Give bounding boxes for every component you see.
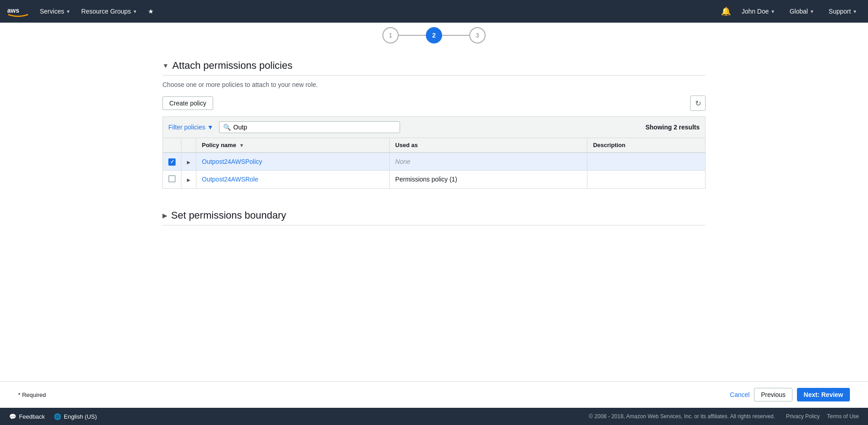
user-menu[interactable]: John Doe ▼ [738, 5, 779, 18]
attach-policies-section-header: ▼ Attach permissions policies [162, 53, 706, 76]
step-line-2 [442, 35, 469, 36]
policies-table: Policy name ▼ Used as Description [162, 138, 706, 189]
row-1-expander-icon[interactable]: ▶ [187, 160, 191, 165]
resource-groups-chevron-icon: ▼ [133, 9, 137, 14]
wizard-steps: 1 2 3 [0, 23, 868, 43]
row-2-policy-name: Outpost24AWSRole [196, 170, 390, 188]
step-1-circle: 1 [382, 27, 399, 43]
row-1-policy-link[interactable]: Outpost24AWSPolicy [202, 158, 262, 165]
row-1-used-as: None [390, 153, 587, 170]
bottom-bar: 💬 Feedback 🌐 English (US) © 2008 - 2018,… [0, 408, 868, 425]
user-chevron-icon: ▼ [771, 9, 775, 14]
used-as-header: Used as [390, 138, 587, 153]
search-wrapper: 🔍 [219, 121, 400, 133]
step-2-circle: 2 [426, 27, 442, 43]
pin-icon: ★ [148, 8, 154, 15]
row-1-policy-name: Outpost24AWSPolicy [196, 153, 390, 170]
boundary-title: Set permissions boundary [171, 210, 286, 221]
attach-policies-toggle-icon[interactable]: ▼ [162, 62, 169, 69]
row-1-checkbox-cell [163, 153, 181, 170]
cancel-button[interactable]: Cancel [730, 391, 750, 398]
table-header: Policy name ▼ Used as Description [163, 138, 706, 153]
required-note: * Required [18, 392, 46, 398]
results-count: Showing 2 results [645, 124, 700, 131]
step-3-circle: 3 [469, 27, 486, 43]
sort-arrow-icon: ▼ [239, 143, 244, 148]
attach-policies-description: Choose one or more policies to attach to… [162, 81, 706, 88]
step-line-1 [399, 35, 426, 36]
filter-chevron-icon: ▼ [207, 124, 214, 131]
policy-name-header[interactable]: Policy name ▼ [196, 138, 390, 153]
footer-bar: * Required Cancel Previous Next: Review [0, 381, 868, 408]
boundary-toggle-icon[interactable]: ▶ [162, 212, 167, 219]
table-header-row: Policy name ▼ Used as Description [163, 138, 706, 153]
search-input[interactable] [234, 124, 396, 131]
pin-nav-item[interactable]: ★ [144, 5, 157, 18]
row-2-checkbox[interactable] [168, 175, 176, 182]
table-body: ▶ Outpost24AWSPolicy None [163, 153, 706, 188]
row-1-used-as-value: None [395, 158, 410, 165]
bottom-links: Privacy Policy Terms of Use [786, 413, 859, 420]
support-chevron-icon: ▼ [853, 9, 857, 14]
set-permissions-boundary-section: ▶ Set permissions boundary [162, 202, 706, 225]
services-nav-item[interactable]: Services ▼ [36, 5, 74, 18]
refresh-icon: ↻ [695, 99, 701, 108]
boundary-section-header[interactable]: ▶ Set permissions boundary [162, 210, 706, 221]
feedback-icon: 💬 [9, 413, 16, 420]
services-chevron-icon: ▼ [66, 9, 71, 14]
footer-actions: Cancel Previous Next: Review [730, 388, 850, 401]
nav-right-area: 🔔 John Doe ▼ Global ▼ Support ▼ [721, 5, 861, 18]
privacy-policy-link[interactable]: Privacy Policy [786, 413, 820, 420]
row-2-checkbox-cell [163, 170, 181, 188]
row-2-policy-link[interactable]: Outpost24AWSRole [202, 176, 258, 183]
create-policy-button[interactable]: Create policy [162, 96, 213, 110]
globe-icon: 🌐 [54, 413, 61, 420]
terms-of-use-link[interactable]: Terms of Use [827, 413, 859, 420]
row-2-expander-icon[interactable]: ▶ [187, 177, 191, 182]
select-all-header [163, 138, 181, 153]
copyright-text: © 2008 - 2018, Amazon Web Services, Inc.… [589, 413, 775, 420]
notifications-bell-icon[interactable]: 🔔 [721, 6, 731, 16]
attach-policies-title: Attach permissions policies [172, 60, 292, 72]
filter-policies-button[interactable]: Filter policies ▼ [168, 124, 214, 131]
row-1-checkbox[interactable] [168, 158, 176, 166]
row-2-used-as-value: Permissions policy (1) [395, 176, 457, 183]
resource-groups-nav-item[interactable]: Resource Groups ▼ [78, 5, 141, 18]
svg-text:aws: aws [7, 7, 19, 14]
next-review-button[interactable]: Next: Review [797, 388, 850, 401]
support-menu[interactable]: Support ▼ [825, 5, 861, 18]
refresh-button[interactable]: ↻ [690, 96, 706, 111]
row-2-expander-cell: ▶ [181, 170, 196, 188]
top-navigation: aws Services ▼ Resource Groups ▼ ★ 🔔 Joh… [0, 0, 868, 23]
table-row: ▶ Outpost24AWSPolicy None [163, 153, 706, 170]
row-1-description [587, 153, 706, 170]
row-2-description [587, 170, 706, 188]
previous-button[interactable]: Previous [754, 388, 792, 401]
feedback-button[interactable]: 💬 Feedback [9, 413, 45, 420]
search-icon: 🔍 [223, 124, 231, 131]
row-2-used-as: Permissions policy (1) [390, 170, 587, 188]
row-1-expander-cell: ▶ [181, 153, 196, 170]
region-chevron-icon: ▼ [810, 9, 814, 14]
policies-toolbar: Create policy ↻ [162, 96, 706, 111]
table-row: ▶ Outpost24AWSRole Permissions policy (1… [163, 170, 706, 188]
expander-header [181, 138, 196, 153]
region-selector[interactable]: Global ▼ [786, 5, 818, 18]
main-content: 1 2 3 ▼ Attach permissions policies Choo… [0, 23, 868, 408]
aws-logo[interactable]: aws [7, 5, 29, 18]
content-wrapper: ▼ Attach permissions policies Choose one… [144, 43, 724, 381]
language-selector[interactable]: 🌐 English (US) [54, 413, 97, 420]
filter-row: Filter policies ▼ 🔍 Showing 2 results [162, 116, 706, 138]
description-header: Description [587, 138, 706, 153]
